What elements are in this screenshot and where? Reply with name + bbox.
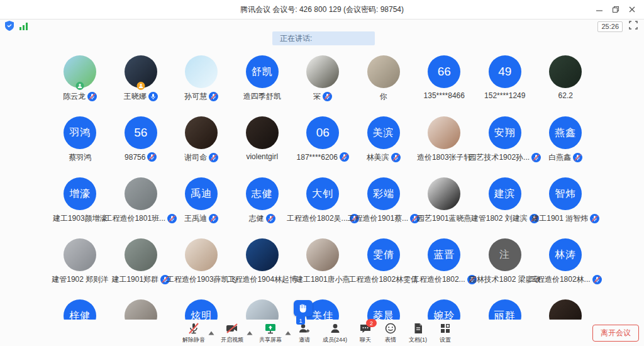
- participant-label: 152****1249: [484, 91, 525, 100]
- participant-initials-avatar: 66: [428, 55, 460, 88]
- participant[interactable]: 你: [353, 55, 414, 116]
- toolbar-button-camera-off[interactable]: 开启视频: [215, 321, 249, 344]
- participant[interactable]: 工程造价1903薛凯飞: [171, 238, 232, 299]
- toolbar-button-settings[interactable]: 设置: [433, 321, 458, 344]
- participant[interactable]: 安翔园艺技术1902孙...: [475, 116, 536, 177]
- participant[interactable]: 燕鑫白燕鑫: [535, 116, 596, 177]
- participant-initials-avatar: 建滨: [489, 177, 521, 210]
- doc-icon: [411, 321, 425, 335]
- participants-grid: 陈云龙王晓娜孙可慧舒凯造四季舒凯冞你66135****846649152****…: [50, 55, 596, 346]
- participant[interactable]: 雯倩工程造价1802林雯倩: [353, 238, 414, 299]
- participant[interactable]: 志健志健: [232, 177, 293, 238]
- participant[interactable]: violentgirl: [232, 116, 293, 177]
- participant-label: 62.2: [558, 91, 573, 100]
- toolbar-button-mic-off[interactable]: 解除静音: [177, 321, 211, 344]
- toolbar-button-screen-share[interactable]: 共享屏幕: [253, 321, 287, 344]
- toolbar: 解除静音开启视频共享屏幕邀请成员(244)2聊天表情文档(1)设置 离开会议: [0, 320, 644, 346]
- participant[interactable]: 羽鸿蔡羽鸿: [50, 116, 111, 177]
- participant-name: 工程造价1802林雯倩: [348, 274, 418, 285]
- leave-meeting-button[interactable]: 离开会议: [592, 325, 639, 342]
- participant-label: 陈云龙: [63, 91, 97, 102]
- participant[interactable]: 舒凯造四季舒凯: [232, 55, 293, 116]
- participant[interactable]: 增濠建工1903颜增濠: [50, 177, 111, 238]
- restore-icon[interactable]: [608, 1, 624, 18]
- participant[interactable]: 孙可慧: [171, 55, 232, 116]
- settings-icon: [438, 321, 452, 335]
- participant[interactable]: 62.2: [535, 55, 596, 116]
- toolbar-button-invite[interactable]: 邀请: [292, 321, 317, 344]
- participant[interactable]: 49152****1249: [475, 55, 536, 116]
- participant-initials-avatar: 06: [306, 116, 339, 149]
- participant-label: 建工1903颜增濠: [53, 213, 108, 224]
- participant[interactable]: 建工1801唐小燕: [292, 238, 353, 299]
- participant-photo-avatar: [367, 55, 400, 88]
- toolbar-button-doc[interactable]: 文档(1): [403, 321, 433, 344]
- network-signal-icon[interactable]: [19, 21, 28, 33]
- mic-muted-icon: [573, 153, 582, 162]
- participant[interactable]: 造价1803张子轩: [414, 116, 475, 177]
- participant-label: 园艺1901蓝晓燕: [417, 213, 472, 224]
- toolbar-button-emoji[interactable]: 表情: [378, 321, 403, 344]
- avatar-text: 彩端: [373, 187, 394, 201]
- toolbar-button-label: 成员(244): [323, 336, 347, 344]
- participant[interactable]: 林涛工程造价1802林...: [535, 238, 596, 299]
- participant[interactable]: 66135****8466: [414, 55, 475, 116]
- minimize-icon[interactable]: [591, 1, 608, 18]
- participant-name: 工程造价1901蔡...: [347, 213, 408, 224]
- toolbar-button-members[interactable]: 成员(244): [317, 321, 353, 344]
- mic-muted-icon: [590, 214, 599, 223]
- participant[interactable]: 建滨建管1802 刘建滨: [475, 177, 536, 238]
- participant[interactable]: 建管1902 郑则洋: [50, 238, 111, 299]
- participant[interactable]: 注园林技术1802 梁廖敬: [475, 238, 536, 299]
- participant-name: 王晓娜: [124, 91, 147, 102]
- participant-name: 62.2: [558, 91, 573, 100]
- participant-name: 建工1801唐小燕: [296, 274, 350, 285]
- participant-photo-avatar: [125, 177, 157, 210]
- participant[interactable]: 园艺1901蓝晓燕: [414, 177, 475, 238]
- participant-label: 王晓娜: [124, 91, 158, 102]
- avatar-text: 舒凯: [252, 65, 273, 79]
- raised-hand-badge[interactable]: 1: [294, 300, 313, 325]
- fullscreen-icon[interactable]: [629, 21, 638, 32]
- participant[interactable]: 禹迪王禹迪: [171, 177, 232, 238]
- participant[interactable]: 智炜建工1901 游智炜: [535, 177, 596, 238]
- participant[interactable]: 5698756: [111, 116, 172, 177]
- participant-name: 白燕鑫: [548, 152, 571, 163]
- participant[interactable]: 冞: [292, 55, 353, 116]
- participant[interactable]: 建工1901郑群: [111, 238, 172, 299]
- participant-initials-avatar: 燕鑫: [549, 116, 582, 149]
- participant-label: 孙可慧: [184, 91, 218, 102]
- participant[interactable]: 蓝晋工程造价1802...: [414, 238, 475, 299]
- mic-muted-icon: [592, 275, 602, 284]
- participant-initials-avatar: 注: [489, 238, 521, 271]
- toolbar-button-chat[interactable]: 2聊天: [353, 321, 378, 344]
- participant[interactable]: 彩端工程造价1901蔡...: [353, 177, 414, 238]
- mic-off-icon: [187, 321, 201, 335]
- participant-photo-avatar: [64, 55, 96, 88]
- participant-name: 园艺1901蓝晓燕: [417, 213, 472, 224]
- participant-name: 建工1903颜增濠: [53, 213, 108, 224]
- participant[interactable]: 陈云龙: [50, 55, 111, 116]
- security-shield-icon[interactable]: [5, 21, 14, 33]
- participant[interactable]: 美滨林美滨: [353, 116, 414, 177]
- speaking-banner-label: 正在讲话:: [280, 33, 312, 44]
- toolbar-button-label: 解除静音: [182, 336, 205, 344]
- participant-label: 你: [380, 91, 387, 102]
- participant[interactable]: 谢司命: [171, 116, 232, 177]
- participant-label: 工程造价1904林起博: [227, 274, 297, 285]
- close-icon[interactable]: [624, 1, 640, 18]
- participant-name: 园艺技术1902孙...: [469, 152, 530, 163]
- participant-label: violentgirl: [246, 152, 278, 161]
- participant[interactable]: 工程造价1801班...: [111, 177, 172, 238]
- participant-name: 建管1902 郑则洋: [52, 274, 108, 285]
- participant[interactable]: 06187****6206: [292, 116, 353, 177]
- title-bar: 腾讯会议 会议号: 426 800 129 (会议密码: 98754): [0, 0, 644, 20]
- mic-muted-icon: [340, 152, 349, 162]
- avatar-text: 林涛: [555, 248, 576, 262]
- participant[interactable]: 工程造价1904林起博: [232, 238, 293, 299]
- participant-label: 工程造价1903薛凯飞: [167, 274, 236, 285]
- participant[interactable]: 大钊工程造价1802吴...: [292, 177, 353, 238]
- participant-photo-avatar: [306, 55, 339, 88]
- participant[interactable]: 王晓娜: [111, 55, 172, 116]
- participant-photo-avatar: [428, 116, 460, 149]
